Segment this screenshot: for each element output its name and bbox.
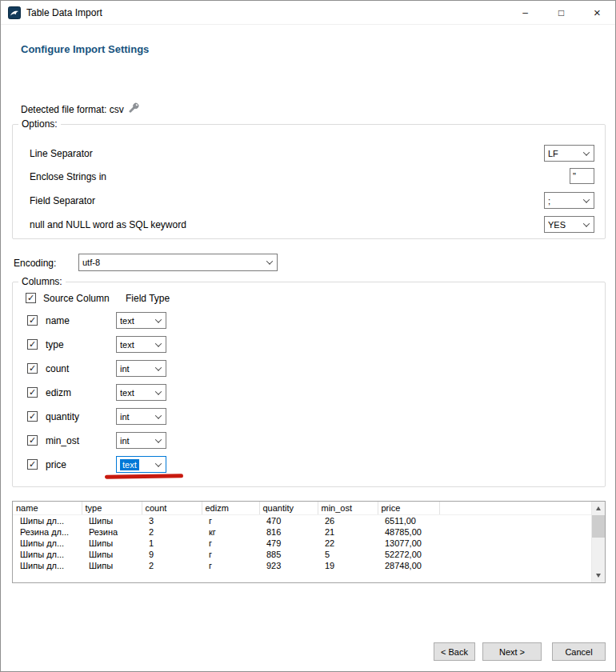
options-groupbox: Options: Line Separator LF Enclose Strin…: [12, 124, 606, 239]
cell: 5: [318, 549, 378, 560]
field-separator-select[interactable]: ;: [544, 192, 594, 209]
scrollbar-thumb[interactable]: [592, 515, 605, 538]
preview-header-count[interactable]: count: [142, 502, 202, 515]
chevron-down-icon: [155, 436, 162, 442]
cell: Шипы дл...: [13, 538, 82, 549]
cell: 816: [259, 526, 318, 538]
column-checkbox-quantity[interactable]: ✓: [27, 411, 38, 422]
checkmark-icon: ✓: [29, 340, 36, 348]
chevron-down-icon: [583, 220, 590, 226]
table-row[interactable]: Резина дл... Резина 2 кг 816 21 48785,00: [13, 526, 592, 538]
chevron-down-icon: [155, 340, 162, 346]
options-legend: Options:: [18, 118, 61, 130]
cell: 2: [142, 526, 202, 538]
chevron-down-icon: [155, 316, 162, 322]
close-button[interactable]: ×: [579, 1, 615, 24]
column-checkbox-count[interactable]: ✓: [27, 363, 38, 374]
cancel-button[interactable]: Cancel: [552, 642, 606, 661]
cell: 52272,00: [378, 549, 439, 560]
field-type-select-count[interactable]: int: [116, 360, 166, 377]
encoding-select[interactable]: utf-8: [78, 254, 278, 271]
column-checkbox-price[interactable]: ✓: [27, 459, 38, 470]
select-all-checkbox[interactable]: ✓: [26, 293, 36, 303]
preview-header-type[interactable]: type: [82, 502, 142, 515]
window-controls: – □ ×: [507, 1, 615, 25]
field-type-select-price[interactable]: text: [116, 456, 166, 473]
field-type-select-quantity[interactable]: int: [116, 408, 166, 425]
next-button[interactable]: Next >: [482, 642, 542, 661]
scroll-up-button[interactable]: [592, 502, 605, 515]
column-min-ost-label: min_ost: [46, 435, 79, 446]
cell: 13077,00: [378, 538, 439, 549]
table-row[interactable]: Шипы дл... Шипы 1 г 479 22 13077,00: [13, 538, 592, 549]
cell: Шипы: [82, 549, 142, 560]
preview-header-quantity[interactable]: quantity: [259, 502, 318, 515]
vertical-scrollbar[interactable]: [591, 502, 605, 582]
source-column-header: Source Column: [43, 293, 110, 304]
cell: Шипы дл...: [13, 515, 82, 527]
cell-filler: [439, 526, 592, 538]
preview-header-filler: [439, 502, 592, 515]
cell: г: [202, 549, 259, 560]
cell-filler: [439, 538, 592, 549]
cell: Резина дл...: [13, 526, 82, 538]
back-button[interactable]: < Back: [434, 642, 475, 661]
field-type-select-min-ost[interactable]: int: [116, 432, 166, 449]
preview-header-edizm[interactable]: edizm: [202, 502, 259, 515]
column-name-label: name: [46, 315, 70, 326]
column-checkbox-edizm[interactable]: ✓: [27, 387, 38, 398]
checkmark-icon: ✓: [29, 364, 36, 372]
cell: 3: [142, 515, 202, 527]
cell: 28748,00: [378, 560, 439, 571]
cell: Шипы дл...: [13, 560, 82, 571]
maximize-button[interactable]: □: [543, 1, 579, 24]
cell: 2: [142, 560, 202, 571]
cell: Резина: [82, 526, 142, 538]
page-title: Configure Import Settings: [21, 43, 149, 55]
cell: 479: [259, 538, 318, 549]
field-type-select-edizm[interactable]: text: [116, 384, 166, 401]
column-type-label: type: [46, 339, 64, 350]
cell: Шипы: [82, 560, 142, 571]
table-row[interactable]: Шипы дл... Шипы 3 г 470 26 6511,00: [13, 515, 592, 527]
table-row[interactable]: Шипы дл... Шипы 2 г 923 19 28748,00: [13, 560, 592, 571]
scroll-down-button[interactable]: [592, 569, 605, 582]
cell: 22: [318, 538, 378, 549]
column-checkbox-min-ost[interactable]: ✓: [27, 435, 38, 446]
preview-header-row: name type count edizm quantity min_ost p…: [13, 502, 592, 515]
preview-header-min-ost[interactable]: min_ost: [318, 502, 378, 515]
wrench-icon[interactable]: [127, 102, 140, 114]
minimize-button[interactable]: –: [507, 1, 543, 24]
cell-filler: [439, 560, 592, 571]
triangle-up-icon: [596, 506, 601, 510]
field-type-select-name[interactable]: text: [116, 312, 166, 329]
enclose-strings-input[interactable]: [570, 168, 594, 184]
column-count-label: count: [46, 363, 69, 374]
field-type-select-type[interactable]: text: [116, 336, 166, 353]
encoding-label: Encoding:: [14, 258, 56, 269]
checkmark-icon: ✓: [29, 388, 36, 396]
columns-groupbox: Columns: ✓ Source Column Field Type ✓ na…: [12, 282, 606, 487]
checkmark-icon: ✓: [29, 460, 36, 468]
chevron-down-icon: [583, 149, 590, 155]
chevron-down-icon: [155, 460, 162, 466]
preview-header-name[interactable]: name: [13, 502, 82, 515]
chevron-down-icon: [155, 412, 162, 418]
cell: 923: [259, 560, 318, 571]
cell: 470: [259, 515, 318, 527]
column-checkbox-name[interactable]: ✓: [27, 315, 38, 326]
cell: 885: [259, 549, 318, 560]
line-separator-select[interactable]: LF: [544, 145, 594, 162]
table-data-import-window: Table Data Import – □ × Configure Import…: [0, 0, 616, 672]
chevron-down-icon: [583, 196, 590, 202]
preview-header-price[interactable]: price: [378, 502, 439, 515]
checkmark-icon: ✓: [27, 294, 34, 302]
cell-filler: [439, 515, 592, 527]
enclose-strings-label: Enclose Strings in: [30, 171, 106, 182]
table-row[interactable]: Шипы дл... Шипы 9 г 885 5 52272,00: [13, 549, 592, 560]
cell: 6511,00: [378, 515, 439, 527]
cell: 21: [318, 526, 378, 538]
chevron-down-icon: [155, 364, 162, 370]
null-keyword-select[interactable]: YES: [544, 216, 594, 233]
column-checkbox-type[interactable]: ✓: [27, 339, 38, 350]
